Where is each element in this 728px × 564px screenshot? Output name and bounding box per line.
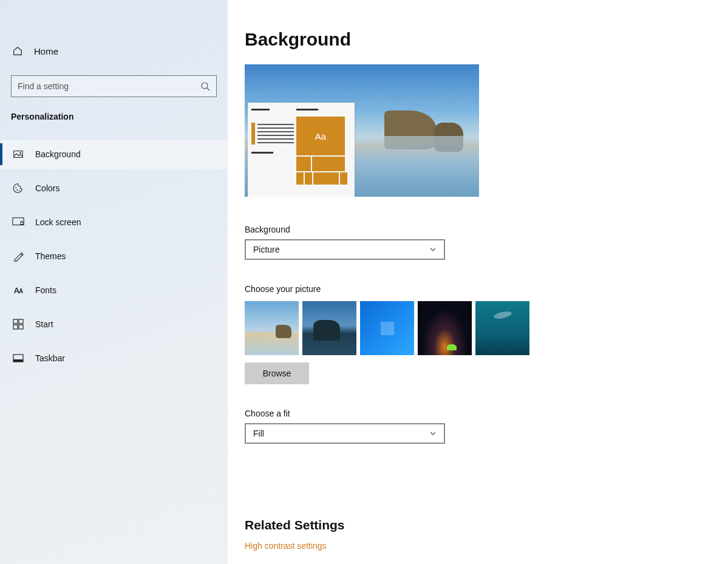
sidebar-item-start[interactable]: Start [0, 310, 228, 339]
svg-rect-16 [19, 325, 23, 329]
page-title: Background [245, 29, 728, 50]
sidebar-home[interactable]: Home [0, 36, 228, 66]
sidebar-item-background[interactable]: Background [0, 140, 228, 169]
sidebar-item-label: Background [35, 149, 81, 159]
sidebar-item-colors[interactable]: Colors [0, 174, 228, 203]
picture-icon [12, 148, 24, 160]
picture-thumbnail[interactable] [360, 301, 414, 355]
browse-button[interactable]: Browse [245, 362, 309, 384]
svg-point-9 [16, 189, 18, 191]
high-contrast-link[interactable]: High contrast settings [245, 541, 327, 551]
sidebar-item-label: Lock screen [35, 217, 81, 227]
sidebar-section-label: Personalization [0, 97, 228, 127]
palette-icon [12, 182, 24, 194]
svg-rect-12 [21, 222, 24, 225]
picture-thumbnail[interactable] [302, 301, 356, 355]
svg-rect-13 [13, 319, 18, 324]
fit-dropdown-value: Fill [253, 429, 264, 438]
preview-sample-text: Aa [296, 117, 345, 155]
background-dropdown-value: Picture [253, 245, 280, 254]
choose-picture-label: Choose your picture [245, 284, 728, 294]
svg-rect-15 [13, 325, 18, 329]
sidebar-item-themes[interactable]: Themes [0, 242, 228, 271]
picture-thumbnail[interactable] [418, 301, 472, 355]
main-panel: Background Aa Background Picture [228, 0, 728, 564]
sidebar-item-label: Start [35, 319, 53, 329]
preview-sample-left [251, 106, 293, 193]
svg-rect-18 [13, 359, 23, 362]
svg-rect-6 [14, 151, 22, 158]
sidebar-item-lock-screen[interactable]: Lock screen [0, 208, 228, 237]
background-dropdown[interactable]: Picture [245, 239, 445, 260]
related-settings-title: Related Settings [245, 518, 728, 532]
sidebar-item-fonts[interactable]: AA Fonts [0, 276, 228, 305]
svg-point-8 [16, 187, 17, 188]
svg-point-7 [19, 152, 21, 154]
sidebar: Home Personalization Background Colors [0, 0, 228, 564]
sidebar-item-label: Colors [35, 183, 60, 193]
home-icon [12, 46, 23, 56]
chevron-down-icon [429, 430, 437, 437]
fonts-icon: AA [12, 284, 24, 296]
search-box[interactable] [11, 75, 217, 97]
sidebar-nav: Background Colors Lock screen Themes AA … [0, 140, 228, 378]
sidebar-item-label: Taskbar [35, 353, 65, 363]
sidebar-item-label: Fonts [35, 285, 56, 295]
choose-fit-label: Choose a fit [245, 409, 728, 418]
start-icon [12, 318, 24, 330]
themes-icon [12, 250, 24, 262]
taskbar-icon [12, 352, 24, 364]
lock-screen-icon [12, 216, 24, 228]
svg-line-5 [207, 88, 209, 90]
background-dropdown-label: Background [245, 225, 728, 234]
desktop-preview: Aa [245, 64, 479, 197]
chevron-down-icon [429, 246, 437, 253]
sidebar-item-label: Themes [35, 251, 66, 261]
fit-dropdown[interactable]: Fill [245, 423, 445, 444]
picture-thumbnail[interactable] [475, 301, 529, 355]
sidebar-home-label: Home [34, 46, 58, 56]
preview-sample-window: Aa [248, 103, 355, 197]
picture-thumbnail[interactable] [245, 301, 299, 355]
preview-sample-right: Aa [296, 106, 351, 193]
svg-point-10 [19, 190, 20, 191]
svg-point-4 [202, 83, 208, 89]
search-wrap [0, 66, 228, 97]
sidebar-item-taskbar[interactable]: Taskbar [0, 344, 228, 373]
svg-rect-14 [19, 319, 23, 324]
picture-thumbnails [245, 301, 728, 355]
search-icon [200, 81, 210, 91]
search-input[interactable] [18, 81, 200, 91]
